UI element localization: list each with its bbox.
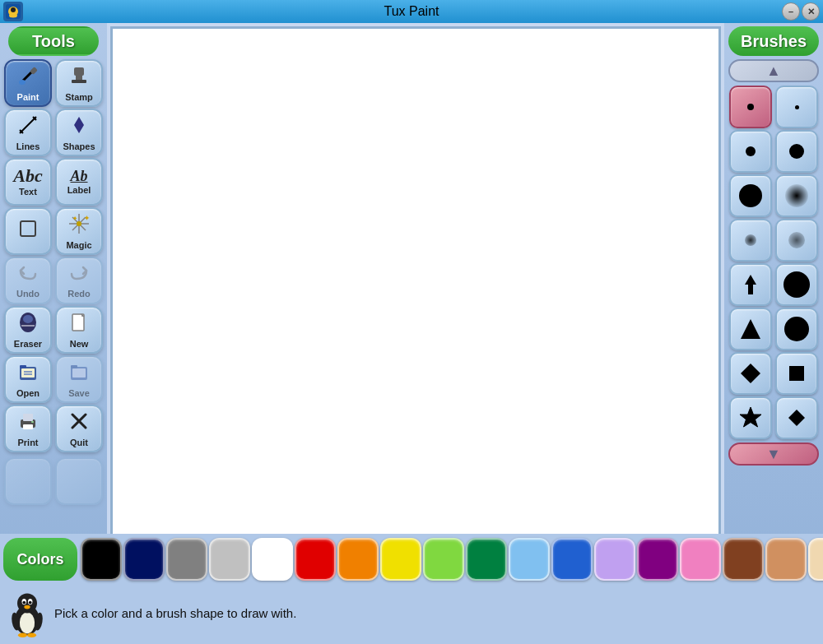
tool-label[interactable]: Ab Label — [55, 158, 103, 206]
brush-item-12[interactable] — [729, 352, 772, 395]
status-message: Pick a color and a brush shape to draw w… — [54, 606, 296, 620]
tool-magic[interactable]: ✦ ✦ Magic — [55, 207, 103, 255]
window-controls[interactable]: – ✕ — [782, 2, 820, 21]
tool-row-2: Lines Shapes — [4, 109, 103, 156]
tool-quit[interactable]: Quit — [55, 405, 103, 452]
brush-item-15[interactable] — [775, 396, 818, 439]
close-button[interactable]: ✕ — [802, 2, 820, 21]
scroll-down-button[interactable]: ▼ — [728, 442, 819, 466]
brush-shape-4 — [739, 184, 762, 207]
svg-text:✦: ✦ — [72, 215, 77, 221]
brush-item-1[interactable] — [775, 86, 818, 128]
svg-rect-29 — [20, 365, 26, 368]
svg-point-54 — [29, 601, 32, 605]
tool-row-7: Open Save — [4, 355, 103, 403]
color-swatch-lavender[interactable] — [594, 538, 635, 581]
color-swatch-red[interactable] — [295, 538, 336, 581]
tools-label: Tools — [8, 26, 99, 56]
brush-item-14[interactable] — [729, 396, 772, 439]
color-swatch-lightblue[interactable] — [509, 538, 550, 581]
quit-icon — [67, 410, 91, 436]
brush-circle-lg — [784, 317, 809, 341]
brush-item-6[interactable] — [729, 219, 772, 262]
tool-text[interactable]: Abc Text — [4, 158, 52, 206]
color-swatch-white[interactable] — [252, 538, 293, 581]
fill-icon — [16, 217, 40, 243]
color-swatch-blue[interactable] — [551, 538, 593, 581]
color-swatch-yellow[interactable] — [380, 538, 421, 581]
tool-lines[interactable]: Lines — [4, 109, 52, 156]
color-swatch-purple[interactable] — [637, 538, 678, 581]
brush-item-8[interactable] — [729, 263, 772, 306]
tool-fill[interactable] — [4, 207, 52, 255]
brush-item-5[interactable] — [775, 174, 818, 217]
brush-item-0[interactable] — [729, 86, 772, 128]
tool-open[interactable]: Open — [4, 355, 52, 403]
tool-undo[interactable]: Undo — [4, 257, 52, 304]
star-shape — [737, 405, 764, 431]
minimize-button[interactable]: – — [782, 2, 800, 21]
brush-item-7[interactable] — [775, 219, 818, 262]
redo-label: Redo — [67, 289, 91, 299]
color-swatch-brown[interactable] — [723, 538, 764, 581]
spacer-btn-2 — [55, 457, 103, 505]
svg-marker-13 — [74, 117, 84, 133]
svg-rect-38 — [23, 424, 33, 429]
brush-item-10[interactable] — [729, 308, 772, 350]
color-swatch-black[interactable] — [81, 538, 122, 581]
color-swatch-pink[interactable] — [680, 538, 721, 581]
brush-item-3[interactable] — [775, 130, 818, 173]
svg-rect-34 — [71, 365, 77, 368]
brush-row-2 — [729, 130, 818, 173]
tool-eraser[interactable]: Eraser — [4, 306, 52, 354]
colors-bar: Colors — [0, 534, 823, 585]
brush-row-3 — [729, 174, 818, 217]
lines-icon — [16, 114, 40, 140]
color-swatch-navy[interactable] — [123, 538, 165, 581]
magic-label: Magic — [66, 240, 91, 250]
tool-new[interactable]: New — [55, 306, 103, 354]
svg-point-57 — [27, 632, 36, 637]
print-icon — [16, 410, 40, 436]
tool-paint[interactable]: Paint — [4, 59, 52, 107]
tool-save[interactable]: Save — [55, 355, 103, 403]
brush-item-2[interactable] — [729, 130, 772, 173]
brush-item-9[interactable] — [775, 263, 818, 306]
tool-redo[interactable]: Redo — [55, 257, 103, 304]
brush-shape-soft-md — [788, 232, 805, 248]
brush-row-8 — [729, 396, 818, 439]
tool-shapes[interactable]: Shapes — [55, 109, 103, 156]
color-swatch-orange[interactable] — [337, 538, 379, 581]
svg-point-23 — [23, 315, 33, 323]
svg-rect-8 — [76, 76, 82, 80]
color-swatch-green[interactable] — [466, 538, 507, 581]
brush-shape-soft-sm — [745, 234, 756, 246]
color-swatch-lightgray[interactable] — [209, 538, 250, 581]
tool-row-6: Eraser New — [4, 306, 103, 354]
brush-item-13[interactable] — [775, 352, 818, 395]
scroll-up-button[interactable]: ▲ — [728, 59, 819, 82]
brush-item-11[interactable] — [775, 308, 818, 350]
shapes-label: Shapes — [63, 141, 95, 151]
svg-marker-46 — [740, 407, 761, 427]
svg-rect-37 — [23, 414, 33, 421]
color-swatch-lightgreen[interactable] — [423, 538, 464, 581]
tool-print[interactable]: Print — [4, 405, 52, 452]
tool-stamp[interactable]: Stamp — [55, 59, 103, 107]
color-swatch-tan[interactable] — [765, 538, 807, 581]
color-swatch-beige[interactable] — [808, 538, 823, 581]
color-swatch-gray[interactable] — [166, 538, 207, 581]
save-label: Save — [68, 388, 90, 398]
open-icon — [16, 360, 40, 387]
stamp-label: Stamp — [65, 92, 93, 102]
svg-rect-35 — [72, 368, 86, 378]
brush-row-6 — [729, 308, 818, 350]
brush-row-5 — [729, 263, 818, 306]
svg-rect-7 — [74, 67, 84, 76]
app-logo — [3, 2, 23, 21]
svg-marker-43 — [741, 319, 760, 339]
brush-item-4[interactable] — [729, 174, 772, 217]
new-label: New — [70, 339, 89, 349]
spacer-btn-1 — [4, 457, 52, 505]
svg-point-2 — [11, 7, 16, 12]
